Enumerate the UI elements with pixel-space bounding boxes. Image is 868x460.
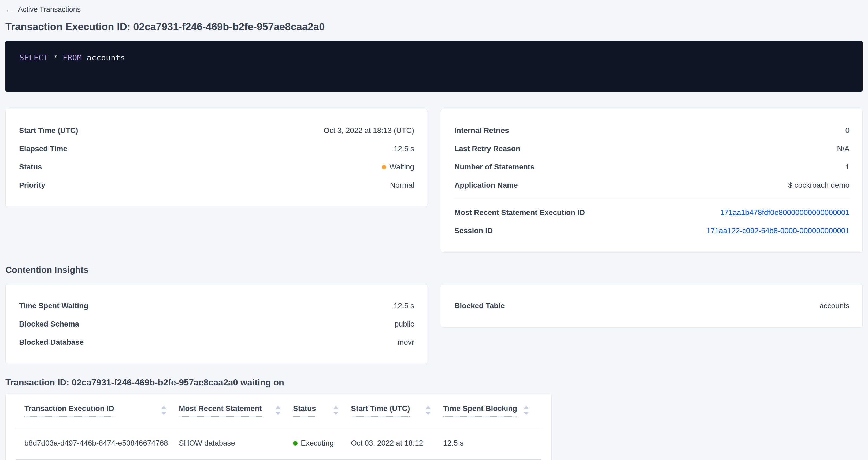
sort-icon[interactable] bbox=[161, 405, 167, 416]
start-time-label: Start Time (UTC) bbox=[19, 126, 78, 135]
column-header-start-time[interactable]: Start Time (UTC) bbox=[351, 404, 443, 417]
waiting-on-heading: Transaction ID: 02ca7931-f246-469b-b2fe-… bbox=[5, 377, 863, 388]
back-link-label: Active Transactions bbox=[18, 5, 81, 14]
contention-right-card: Blocked Table accounts bbox=[441, 284, 863, 328]
contention-row-blocked-schema: Blocked Schema public bbox=[19, 315, 414, 333]
contention-row-time-spent-waiting: Time Spent Waiting 12.5 s bbox=[19, 297, 414, 315]
session-id-link[interactable]: 171aa122-c092-54b8-0000-000000000001 bbox=[706, 226, 849, 235]
blocked-table-value: accounts bbox=[819, 302, 849, 310]
contention-left-card: Time Spent Waiting 12.5 s Blocked Schema… bbox=[5, 284, 427, 364]
session-id-label: Session ID bbox=[454, 226, 493, 235]
cell-status: Executing bbox=[293, 439, 351, 448]
details-row-application-name: Application Name $ cockroach demo bbox=[454, 176, 849, 194]
sql-table-name: accounts bbox=[87, 53, 125, 62]
column-label-time-spent-blocking: Time Spent Blocking bbox=[443, 404, 517, 417]
summary-cards-row: Start Time (UTC) Oct 3, 2022 at 18:13 (U… bbox=[5, 109, 863, 252]
column-header-status[interactable]: Status bbox=[293, 404, 351, 417]
details-row-session-id: Session ID 171aa122-c092-54b8-0000-00000… bbox=[454, 222, 849, 240]
sort-icon[interactable] bbox=[333, 405, 339, 416]
last-retry-reason-label: Last Retry Reason bbox=[454, 145, 520, 153]
contention-insights-heading: Contention Insights bbox=[5, 265, 863, 275]
sql-keyword-from: FROM bbox=[63, 53, 82, 62]
column-label-start-time: Start Time (UTC) bbox=[351, 404, 410, 417]
details-row-statement-execution-id: Most Recent Statement Execution ID 171aa… bbox=[454, 204, 849, 222]
elapsed-time-value: 12.5 s bbox=[394, 145, 414, 153]
column-label-status: Status bbox=[293, 404, 316, 417]
column-label-transaction-execution-id: Transaction Execution ID bbox=[24, 404, 114, 417]
column-header-transaction-execution-id[interactable]: Transaction Execution ID bbox=[24, 404, 179, 417]
number-of-statements-label: Number of Statements bbox=[454, 163, 534, 171]
sql-statement: SELECT * FROM accounts bbox=[19, 53, 125, 62]
blocked-table-label: Blocked Table bbox=[454, 302, 505, 310]
internal-retries-value: 0 bbox=[845, 126, 849, 135]
details-card-divider bbox=[454, 198, 849, 199]
sql-star-operator: * bbox=[53, 53, 58, 62]
column-header-time-spent-blocking[interactable]: Time Spent Blocking bbox=[443, 404, 541, 417]
overview-row-elapsed-time: Elapsed Time 12.5 s bbox=[19, 140, 414, 158]
status-waiting-text: Waiting bbox=[390, 163, 414, 171]
overview-row-start-time: Start Time (UTC) Oct 3, 2022 at 18:13 (U… bbox=[19, 121, 414, 140]
sort-icon[interactable] bbox=[425, 405, 431, 416]
cell-most-recent-statement: SHOW database bbox=[179, 439, 293, 448]
waiting-on-table-header: Transaction Execution ID Most Recent Sta… bbox=[16, 394, 541, 427]
elapsed-time-label: Elapsed Time bbox=[19, 145, 67, 153]
status-label: Status bbox=[19, 163, 42, 171]
internal-retries-label: Internal Retries bbox=[454, 126, 509, 135]
back-link-active-transactions[interactable]: ← Active Transactions bbox=[5, 4, 81, 15]
blocked-schema-label: Blocked Schema bbox=[19, 320, 79, 328]
table-row: b8d7d03a-d497-446b-8474-e50846674768 SHO… bbox=[16, 427, 541, 460]
blocked-database-label: Blocked Database bbox=[19, 338, 84, 347]
last-retry-reason-value: N/A bbox=[837, 145, 849, 153]
overview-card: Start Time (UTC) Oct 3, 2022 at 18:13 (U… bbox=[5, 109, 427, 207]
statement-execution-id-label: Most Recent Statement Execution ID bbox=[454, 208, 585, 217]
details-card: Internal Retries 0 Last Retry Reason N/A… bbox=[441, 109, 863, 252]
status-executing-dot-icon bbox=[293, 441, 298, 446]
statement-execution-id-link[interactable]: 171aa1b478fdf0e80000000000000001 bbox=[720, 208, 849, 217]
transaction-details-page: ← Active Transactions Transaction Execut… bbox=[0, 0, 868, 460]
priority-label: Priority bbox=[19, 181, 45, 189]
application-name-value: $ cockroach demo bbox=[788, 181, 849, 189]
overview-row-status: Status Waiting bbox=[19, 158, 414, 176]
contention-row-blocked-database: Blocked Database movr bbox=[19, 333, 414, 351]
sort-icon[interactable] bbox=[523, 405, 529, 416]
sql-keyword-select: SELECT bbox=[19, 53, 48, 62]
status-executing-text: Executing bbox=[301, 439, 334, 448]
column-label-most-recent-statement: Most Recent Statement bbox=[179, 404, 262, 417]
waiting-on-table-card: Transaction Execution ID Most Recent Sta… bbox=[5, 394, 552, 460]
time-spent-waiting-value: 12.5 s bbox=[394, 302, 414, 310]
priority-value: Normal bbox=[390, 181, 414, 189]
number-of-statements-value: 1 bbox=[845, 163, 849, 171]
application-name-label: Application Name bbox=[454, 181, 518, 189]
details-row-last-retry-reason: Last Retry Reason N/A bbox=[454, 140, 849, 158]
overview-row-priority: Priority Normal bbox=[19, 176, 414, 194]
blocked-schema-value: public bbox=[395, 320, 414, 328]
cell-start-time: Oct 03, 2022 at 18:12 bbox=[351, 439, 443, 448]
details-row-number-of-statements: Number of Statements 1 bbox=[454, 158, 849, 176]
sql-statement-box: SELECT * FROM accounts bbox=[5, 41, 863, 92]
sort-icon[interactable] bbox=[275, 405, 281, 416]
status-waiting-dot-icon bbox=[382, 165, 386, 170]
details-row-internal-retries: Internal Retries 0 bbox=[454, 121, 849, 140]
page-title: Transaction Execution ID: 02ca7931-f246-… bbox=[5, 21, 863, 33]
contention-cards-row: Time Spent Waiting 12.5 s Blocked Schema… bbox=[5, 284, 863, 364]
cell-transaction-execution-id: b8d7d03a-d497-446b-8474-e50846674768 bbox=[24, 439, 179, 448]
waiting-on-table: Transaction Execution ID Most Recent Sta… bbox=[16, 394, 541, 460]
blocked-database-value: movr bbox=[398, 338, 414, 347]
time-spent-waiting-label: Time Spent Waiting bbox=[19, 302, 88, 310]
status-value: Waiting bbox=[382, 163, 414, 171]
start-time-value: Oct 3, 2022 at 18:13 (UTC) bbox=[323, 126, 414, 135]
back-arrow-icon: ← bbox=[5, 5, 14, 14]
column-header-most-recent-statement[interactable]: Most Recent Statement bbox=[179, 404, 293, 417]
contention-row-blocked-table: Blocked Table accounts bbox=[454, 297, 849, 315]
cell-time-spent-blocking: 12.5 s bbox=[443, 439, 541, 448]
